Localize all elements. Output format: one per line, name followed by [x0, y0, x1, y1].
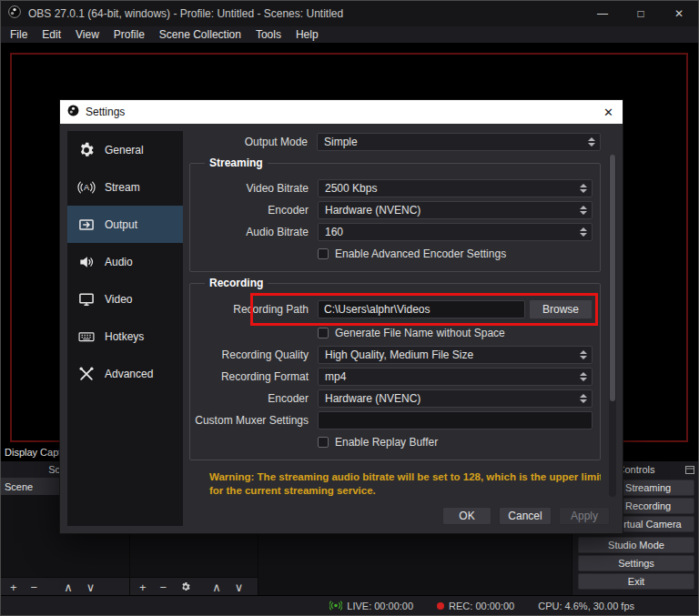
menu-profile[interactable]: Profile — [106, 28, 152, 41]
chevron-updown-icon — [580, 394, 587, 403]
chevron-updown-icon — [580, 227, 587, 237]
source-down-icon[interactable]: ∨ — [235, 581, 244, 593]
video-bitrate-spinner[interactable]: 2500 Kbps — [318, 179, 593, 197]
bitrate-warning-text: Warning: The streaming audio bitrate wil… — [209, 470, 601, 498]
window-titlebar: OBS 27.0.1 (64-bit, windows) - Profile: … — [1, 1, 698, 26]
sidebar-item-advanced[interactable]: Advanced — [67, 355, 183, 392]
output-icon — [76, 215, 96, 235]
sidebar-label: General — [105, 144, 144, 157]
remove-scene-icon[interactable]: − — [31, 581, 38, 593]
settings-button[interactable]: Settings — [578, 555, 694, 571]
maximize-button[interactable]: □ — [622, 1, 660, 26]
video-bitrate-label: Video Bitrate — [190, 182, 318, 195]
enable-advanced-encoder-checkbox[interactable] — [318, 248, 329, 259]
rec-status: REC: 00:00:00 — [437, 601, 514, 611]
live-timer: LIVE: 00:00:00 — [347, 601, 413, 611]
settings-dialog-title: Settings — [86, 106, 125, 118]
sources-toolbar: + − ∧ ∨ — [130, 577, 258, 597]
chevron-updown-icon — [588, 137, 595, 146]
close-button[interactable]: ✕ — [660, 1, 698, 26]
recording-format-select[interactable]: mp4 — [318, 368, 593, 386]
gear-icon — [76, 140, 96, 160]
ok-button[interactable]: OK — [442, 507, 491, 525]
chevron-updown-icon — [580, 372, 587, 381]
chevron-updown-icon — [580, 206, 587, 215]
menu-tools[interactable]: Tools — [248, 28, 289, 41]
sidebar-item-general[interactable]: General — [67, 131, 183, 168]
obs-logo-icon — [67, 104, 79, 120]
cpu-status: CPU: 4.6%, 30.00 fps — [538, 601, 634, 611]
source-properties-gear-icon[interactable] — [180, 581, 191, 594]
keyboard-icon — [76, 327, 96, 347]
recording-group: Recording Recording Path Browse Generate… — [189, 283, 601, 460]
sidebar-item-audio[interactable]: Audio — [67, 243, 183, 280]
sidebar-label: Output — [105, 218, 137, 231]
settings-dialog: Settings ✕ General A Stream — [59, 99, 623, 534]
settings-close-icon[interactable]: ✕ — [603, 100, 613, 124]
stream-encoder-label: Encoder — [190, 204, 318, 217]
scene-up-icon[interactable]: ∧ — [64, 581, 73, 593]
source-up-icon[interactable]: ∧ — [212, 581, 221, 593]
menu-bar: File Edit View Profile Scene Collection … — [1, 26, 698, 44]
monitor-icon — [76, 289, 96, 309]
studio-mode-button[interactable]: Studio Mode — [578, 537, 694, 553]
sidebar-item-hotkeys[interactable]: Hotkeys — [67, 318, 183, 355]
output-mode-label: Output Mode — [189, 136, 317, 148]
enable-replay-buffer-label: Enable Replay Buffer — [335, 436, 438, 449]
recording-path-label: Recording Path — [190, 303, 318, 316]
scrollbar-handle[interactable] — [610, 155, 615, 401]
obs-logo-icon — [8, 5, 21, 22]
enable-replay-buffer-checkbox[interactable] — [318, 437, 329, 448]
sidebar-item-output[interactable]: Output — [67, 206, 183, 243]
streaming-group: Streaming Video Bitrate 2500 Kbps Encode… — [189, 163, 601, 272]
menu-help[interactable]: Help — [289, 28, 326, 41]
scenes-toolbar: + − ∧ ∨ — [1, 577, 129, 597]
add-source-icon[interactable]: + — [139, 581, 147, 593]
sidebar-item-stream[interactable]: A Stream — [67, 168, 183, 206]
speaker-icon — [76, 252, 96, 272]
status-bar: LIVE: 00:00:00 REC: 00:00:00 CPU: 4.6%, … — [1, 595, 698, 615]
recording-quality-select[interactable]: High Quality, Medium File Size — [318, 346, 593, 364]
remove-source-icon[interactable]: − — [160, 581, 167, 593]
menu-view[interactable]: View — [68, 28, 106, 41]
live-status: LIVE: 00:00:00 — [329, 601, 413, 612]
stream-encoder-select[interactable]: Hardware (NVENC) — [318, 201, 593, 219]
rec-timer: REC: 00:00:00 — [449, 601, 514, 611]
settings-scrollbar[interactable] — [609, 155, 616, 497]
spinner-updown-icon — [580, 184, 587, 193]
recording-encoder-select[interactable]: Hardware (NVENC) — [318, 389, 593, 408]
recording-format-label: Recording Format — [190, 370, 318, 383]
audio-bitrate-label: Audio Bitrate — [190, 226, 318, 238]
generate-no-space-checkbox[interactable] — [318, 328, 329, 338]
recording-group-title: Recording — [205, 277, 268, 289]
apply-button-disabled: Apply — [559, 507, 610, 525]
custom-muxer-input[interactable] — [318, 411, 593, 429]
antenna-icon: A — [76, 177, 96, 197]
recording-path-input[interactable] — [318, 300, 525, 318]
sidebar-label: Hotkeys — [105, 330, 144, 343]
sidebar-label: Stream — [105, 181, 140, 194]
output-mode-select[interactable]: Simple — [317, 133, 601, 151]
menu-scene-collection[interactable]: Scene Collection — [152, 28, 248, 41]
scene-down-icon[interactable]: ∨ — [86, 581, 96, 593]
minimize-button[interactable]: — — [583, 1, 622, 26]
exit-button[interactable]: Exit — [578, 573, 694, 590]
settings-content: Output Mode Simple Streaming Video Bitra… — [189, 131, 601, 504]
recording-quality-label: Recording Quality — [190, 348, 318, 361]
cancel-button[interactable]: Cancel — [499, 507, 552, 525]
menu-file[interactable]: File — [3, 28, 35, 41]
window-title: OBS 27.0.1 (64-bit, windows) - Profile: … — [28, 7, 343, 20]
sidebar-item-video[interactable]: Video — [67, 280, 183, 318]
recording-path-row: Recording Path Browse — [190, 298, 593, 321]
streaming-group-title: Streaming — [205, 157, 268, 169]
settings-dialog-titlebar: Settings ✕ — [60, 100, 623, 124]
settings-sidebar: General A Stream Output — [67, 131, 183, 526]
obs-main-window: OBS 27.0.1 (64-bit, windows) - Profile: … — [0, 0, 699, 616]
sidebar-label: Video — [105, 293, 132, 306]
audio-bitrate-select[interactable]: 160 — [318, 223, 593, 241]
dock-options-icon[interactable] — [685, 465, 694, 476]
recording-encoder-label: Encoder — [190, 392, 318, 405]
browse-button[interactable]: Browse — [529, 299, 593, 319]
add-scene-icon[interactable]: + — [10, 581, 17, 593]
menu-edit[interactable]: Edit — [35, 28, 68, 41]
